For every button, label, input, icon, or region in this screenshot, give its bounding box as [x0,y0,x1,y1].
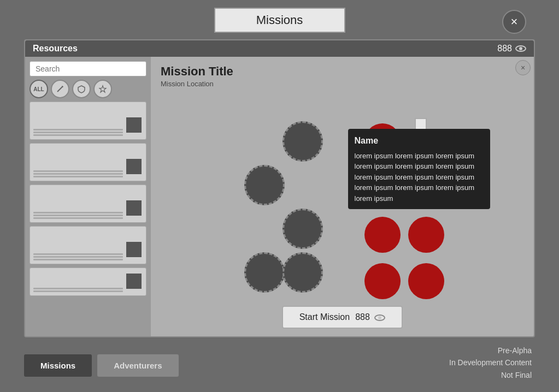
unit-circle-dark[interactable] [244,252,285,293]
pre-alpha-notice: Pre-Alpha In Development Content Not Fin… [449,345,532,381]
resources-header: Resources 888 [25,40,534,57]
filter-shield[interactable] [72,80,91,98]
start-mission-cost: 888 [355,312,385,322]
unit-circle-dark[interactable] [244,165,285,205]
list-item[interactable] [30,143,146,181]
unit-circle-dark[interactable] [283,121,323,162]
filter-buttons: ALL [30,80,146,98]
inner-close-button[interactable]: × [515,60,531,75]
tooltip-box: Name lorem ipsum lorem ipsum lorem ipsum… [348,129,490,210]
filter-sword[interactable] [51,80,69,98]
shield-icon [77,85,86,93]
enemy-circle-red[interactable] [408,217,444,253]
tooltip-text: lorem ipsum lorem ipsum lorem ipsum lore… [355,151,484,204]
tooltip-name: Name [355,134,484,147]
enemy-circle-red[interactable] [364,263,401,299]
outer-close-button[interactable]: × [502,10,526,34]
sword-icon [56,85,64,93]
tooltip-checkbox[interactable] [415,118,427,130]
bottom-tabs: Missions Adventurers [24,354,179,377]
tab-missions[interactable]: Missions [24,354,92,377]
star-icon [98,85,107,93]
list-item[interactable] [30,102,146,140]
list-item-thumb [126,159,142,174]
resources-label: Resources [33,44,78,54]
unit-circle-dark[interactable] [283,252,323,293]
window-title: Missions [214,8,345,33]
start-mission-bar: Start Mission 888 [161,306,524,329]
list-item[interactable] [30,226,146,264]
filter-star[interactable] [93,80,112,98]
filter-all[interactable]: ALL [30,80,48,98]
mission-location: Mission Location [161,80,524,88]
main-content: × Mission Title Mission Location [151,57,534,336]
tab-adventurers[interactable]: Adventurers [97,354,178,377]
eye-icon [515,45,526,52]
list-item-thumb [126,242,142,257]
list-item[interactable] [30,185,146,223]
resources-value: 888 [497,44,526,54]
modal-window: Resources 888 ALL [24,39,535,337]
list-item-thumb [126,117,142,133]
svg-line-0 [57,86,63,92]
search-input[interactable] [30,61,146,76]
list-item[interactable] [30,268,146,296]
sidebar: ALL [25,57,151,336]
enemy-circle-red[interactable] [364,217,401,253]
start-mission-button[interactable]: Start Mission 888 [282,306,403,329]
cost-eye-icon [374,314,385,321]
list-item-thumb [126,274,142,289]
list-item-thumb [126,200,142,216]
modal-body: ALL [25,57,534,336]
enemy-circle-red[interactable] [408,263,444,299]
mission-title: Mission Title [161,64,524,79]
circles-container: Name lorem ipsum lorem ipsum lorem ipsum… [228,110,457,285]
unit-circle-dark[interactable] [283,209,323,249]
battle-field: Name lorem ipsum lorem ipsum lorem ipsum… [161,94,524,300]
